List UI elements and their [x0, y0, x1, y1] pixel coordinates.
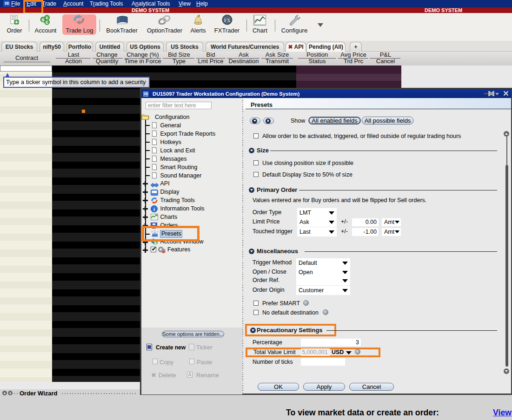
- svg-text:FX: FX: [224, 18, 231, 23]
- svg-text:i: i: [153, 206, 155, 212]
- svg-text:$: $: [42, 18, 44, 22]
- svg-text:£: £: [46, 20, 48, 25]
